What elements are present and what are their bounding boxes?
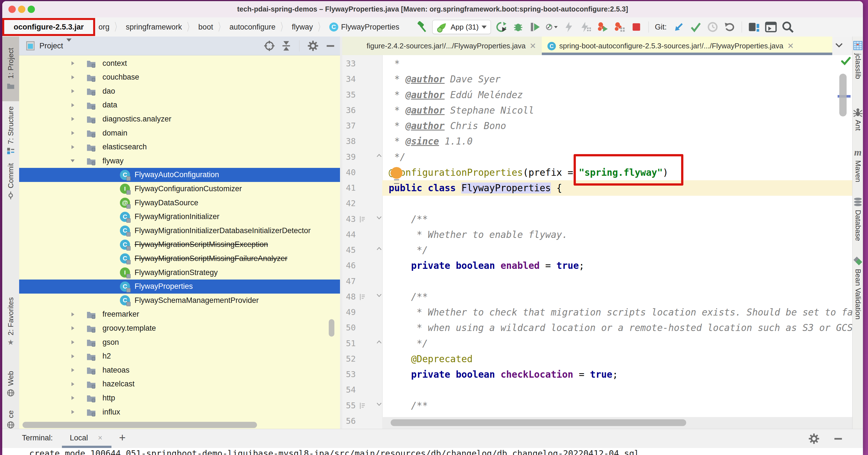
- toolwindow-button-2: Favorites[interactable]: 2: Favorites★: [2, 298, 19, 346]
- chevron-right-icon[interactable]: [70, 102, 76, 108]
- tree-item-FlywayMigrationInitializerDatabaseInitializerDetector[interactable]: CFlywayMigrationInitializerDatabaseIniti…: [19, 224, 340, 238]
- terminal-window-icon[interactable]: [765, 21, 777, 33]
- chevron-down-icon[interactable]: [70, 158, 76, 164]
- terminal-output[interactable]: create mode 100644 051-springboot-demo-l…: [2, 448, 863, 455]
- tree-item-context[interactable]: context: [19, 56, 340, 70]
- lightning-icon[interactable]: [562, 21, 575, 33]
- breadcrumb-item-org[interactable]: org: [98, 23, 110, 32]
- chevron-right-icon[interactable]: [70, 409, 76, 415]
- run-icon[interactable]: [495, 21, 508, 33]
- tree-item-FlywayMigrationStrategy[interactable]: IFlywayMigrationStrategy: [19, 265, 340, 280]
- chevron-right-icon[interactable]: [70, 144, 76, 150]
- chevron-right-icon[interactable]: [70, 367, 76, 373]
- tree-item-freemarker[interactable]: freemarker: [19, 307, 340, 321]
- terminal-tab-local[interactable]: Local: [70, 434, 88, 442]
- git-revert-icon[interactable]: [723, 21, 736, 33]
- tree-item-diagnostics.analyzer[interactable]: diagnostics.analyzer: [19, 112, 340, 126]
- close-icon[interactable]: ✕: [530, 41, 536, 51]
- fold-region-icon[interactable]: [375, 216, 383, 221]
- tree-item-domain[interactable]: domain: [19, 126, 340, 140]
- hide-panel-minus-icon[interactable]: [325, 40, 336, 52]
- tree-item-flyway[interactable]: flyway: [19, 154, 340, 168]
- breadcrumb-item-flyway[interactable]: flyway: [292, 23, 313, 32]
- tree-item-h2[interactable]: h2: [19, 349, 340, 363]
- tree-item-gson[interactable]: gson: [19, 335, 340, 349]
- tab-list-chevron-down-icon[interactable]: [834, 42, 844, 48]
- gear-icon[interactable]: [307, 40, 319, 52]
- javadoc-render-icon[interactable]: [359, 216, 366, 223]
- build-hammer-icon[interactable]: [415, 21, 428, 33]
- terminal-settings-gear-icon[interactable]: [808, 432, 820, 445]
- toolwindow-button-Ant[interactable]: Ant: [852, 107, 863, 131]
- chevron-right-icon[interactable]: [70, 61, 76, 66]
- toolwindow-button-Database[interactable]: Database: [852, 197, 863, 241]
- tree-item-FlywayDataSource[interactable]: @FlywayDataSource: [19, 196, 340, 210]
- chevron-right-icon[interactable]: [70, 88, 76, 94]
- tree-item-couchbase[interactable]: couchbase: [19, 70, 340, 84]
- chevron-right-icon[interactable]: [70, 325, 76, 331]
- javadoc-render-icon[interactable]: [359, 293, 366, 300]
- tree-item-http[interactable]: http: [19, 391, 340, 405]
- profiler-icon[interactable]: [546, 21, 558, 33]
- tree-item-elasticsearch[interactable]: elasticsearch: [19, 140, 340, 154]
- coverage-orange-icon[interactable]: [596, 21, 609, 33]
- tree-item-dao[interactable]: dao: [19, 84, 340, 98]
- toolwindow-button-1: Project[interactable]: 1: Project: [2, 37, 19, 101]
- terminal-hide-minus-icon[interactable]: [833, 433, 844, 444]
- code-editor[interactable]: 3334353637383940414243444546474849505152…: [342, 55, 852, 429]
- fold-region-end-icon[interactable]: [375, 246, 383, 252]
- diff-icon[interactable]: [748, 21, 761, 33]
- editor-vscrollbar[interactable]: [839, 74, 847, 117]
- git-commit-icon[interactable]: [689, 21, 702, 33]
- tree-item-FlywaySchemaManagementProvider[interactable]: CFlywaySchemaManagementProvider: [19, 293, 340, 307]
- fold-region-end-icon[interactable]: [375, 153, 383, 159]
- javadoc-render-icon[interactable]: [359, 402, 366, 409]
- chevron-right-icon[interactable]: [70, 74, 76, 80]
- intention-bulb-icon[interactable]: [391, 167, 402, 179]
- toolwindow-button-Bean Validation[interactable]: Bean Validation: [852, 256, 863, 320]
- project-panel-title[interactable]: Project: [39, 42, 63, 50]
- chevron-right-icon[interactable]: [70, 381, 76, 387]
- editor-hscrollbar[interactable]: [391, 419, 686, 426]
- stop-icon[interactable]: [630, 21, 643, 33]
- tree-item-hateoas[interactable]: hateoas: [19, 363, 340, 377]
- new-terminal-plus-icon[interactable]: +: [119, 431, 126, 444]
- toolwindow-button-jclasslib[interactable]: jclasslib: [852, 40, 863, 79]
- tree-item-FlywayMigrationInitializer[interactable]: CFlywayMigrationInitializer: [19, 210, 340, 224]
- tree-item-FlywayProperties[interactable]: CFlywayProperties: [19, 280, 340, 294]
- breadcrumb-item-boot[interactable]: boot: [198, 23, 213, 32]
- toolwindow-button-ce[interactable]: ce: [2, 411, 19, 429]
- fold-region-icon[interactable]: [375, 293, 383, 299]
- tree-item-groovy.template[interactable]: groovy.template: [19, 321, 340, 335]
- collapse-all-icon[interactable]: [281, 40, 292, 52]
- tree-item-influx[interactable]: influx: [19, 405, 340, 419]
- toolwindow-button-Commit[interactable]: Commit: [2, 162, 19, 201]
- chevron-right-icon[interactable]: [70, 354, 76, 359]
- tree-item-FlywayMigrationScriptMissingException[interactable]: CFlywayMigrationScriptMissingException: [19, 238, 340, 252]
- chevron-right-icon[interactable]: [70, 116, 76, 122]
- debug-icon[interactable]: [512, 21, 525, 33]
- inspections-ok-check-icon[interactable]: [841, 57, 851, 65]
- chevron-down-icon[interactable]: [66, 38, 71, 50]
- toolwindow-button-7: Structure[interactable]: 7: Structure: [2, 107, 19, 155]
- editor-tab-flyway-2-5-3[interactable]: C spring-boot-autoconfigure-2.5.3-source…: [542, 37, 832, 55]
- close-icon[interactable]: ✕: [787, 41, 794, 51]
- breadcrumb-item-autoconfigure[interactable]: autoconfigure: [229, 23, 276, 32]
- close-icon[interactable]: ×: [98, 434, 102, 442]
- search-icon[interactable]: [781, 21, 794, 33]
- run-coverage-icon[interactable]: [529, 21, 541, 33]
- tree-item-FlywayAutoConfiguration[interactable]: CFlywayAutoConfiguration: [19, 168, 340, 182]
- tree-item-FlywayMigrationScriptMissingFailureAnalyzer[interactable]: CFlywayMigrationScriptMissingFailureAnal…: [19, 251, 340, 265]
- tree-item-FlywayConfigurationCustomizer[interactable]: IFlywayConfigurationCustomizer: [19, 182, 340, 196]
- fold-region-end-icon[interactable]: [375, 340, 383, 345]
- coverage-orange-build-icon[interactable]: [613, 21, 626, 33]
- lightning-build-icon[interactable]: [579, 21, 592, 33]
- chevron-right-icon[interactable]: [70, 130, 76, 136]
- chevron-right-icon[interactable]: [70, 339, 76, 345]
- jar-breadcrumb-annotated[interactable]: oconfigure-2.5.3.jar: [2, 18, 95, 36]
- project-tree-vscrollbar[interactable]: [329, 319, 334, 336]
- git-update-icon[interactable]: [672, 21, 685, 33]
- fold-region-icon[interactable]: [375, 402, 383, 408]
- chevron-right-icon[interactable]: [70, 395, 76, 401]
- tree-item-hazelcast[interactable]: hazelcast: [19, 377, 340, 391]
